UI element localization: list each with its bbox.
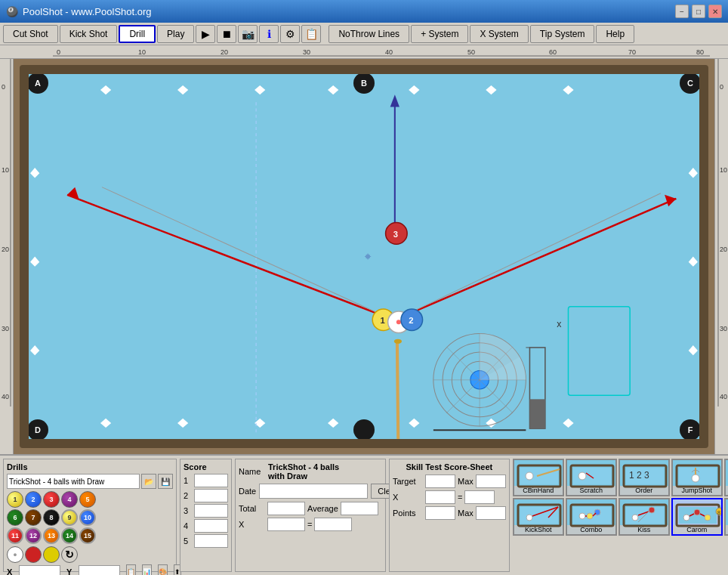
toolbar: Cut Shot Kick Shot Drill Play ▶ ⏹ 📷 ℹ ⚙ …: [0, 23, 728, 45]
drill-button[interactable]: Drill: [119, 25, 156, 43]
title-bar: 🎱 PoolShot - www.PoolShot.org − □ ✕: [0, 0, 728, 23]
equals-input[interactable]: [464, 490, 495, 504]
points-input[interactable]: [425, 506, 455, 520]
score-input-2[interactable]: [194, 489, 228, 502]
title-bar-controls: − □ ✕: [675, 5, 722, 18]
thumb-kickshot[interactable]: KickShot: [513, 498, 564, 536]
ball-5-btn[interactable]: 5: [79, 491, 96, 508]
score-row-2: 2: [184, 489, 228, 502]
date-row: Date Clear ↺: [239, 484, 382, 499]
total-input[interactable]: [267, 502, 305, 515]
svg-point-68: [579, 513, 585, 519]
date-label: Date: [239, 487, 256, 496]
score-input-1[interactable]: [194, 474, 228, 487]
rotate-btn[interactable]: ↻: [61, 546, 78, 563]
thumb-kiss[interactable]: Kiss: [618, 498, 670, 536]
y-label: Y: [66, 567, 77, 575]
thumb-cbinhand[interactable]: CBinHand: [513, 459, 564, 496]
settings-icon-button[interactable]: ⚙: [280, 25, 300, 43]
thumb-combo[interactable]: Combo: [566, 498, 617, 536]
thumb-scratch[interactable]: Scratch: [566, 459, 617, 496]
kick-shot-button[interactable]: Kick Shot: [60, 25, 118, 43]
score-num-5: 5: [184, 536, 193, 546]
play-icon-button[interactable]: ▶: [196, 25, 215, 43]
x-row-result-input[interactable]: [314, 518, 352, 531]
score-input-5[interactable]: [194, 534, 228, 548]
action-btn-3[interactable]: 🎨: [158, 564, 168, 575]
ball-10-btn[interactable]: 10: [79, 509, 96, 526]
ball-14-btn[interactable]: 14: [61, 527, 78, 544]
y-input[interactable]: [79, 565, 120, 575]
save-drill-button[interactable]: 💾: [158, 474, 173, 489]
ball-12-btn[interactable]: 12: [25, 527, 42, 544]
ball-2-btn[interactable]: 2: [25, 491, 42, 508]
ball-4-btn[interactable]: 4: [61, 491, 78, 508]
target-input[interactable]: [425, 475, 455, 488]
x2-input[interactable]: [425, 490, 455, 504]
ball-6-btn[interactable]: 6: [7, 509, 23, 526]
svg-marker-19: [689, 168, 698, 178]
svg-text:60: 60: [549, 48, 557, 56]
help-button[interactable]: Help: [596, 25, 634, 43]
cue-ball-dot: [396, 320, 401, 324]
red-ball-btn[interactable]: [25, 546, 42, 563]
svg-marker-18: [30, 345, 39, 355]
thumb-order[interactable]: 1 2 3 Order: [618, 459, 670, 496]
camera-icon-button[interactable]: 📷: [238, 25, 258, 43]
thumb-hitrail[interactable]: HitRail: [724, 498, 728, 536]
bottom-diamond-1: [100, 419, 111, 428]
drill-name-input[interactable]: [7, 474, 140, 489]
date-input[interactable]: [259, 484, 368, 499]
thumb-bankshot[interactable]: BankShot: [724, 459, 728, 496]
ball-13-btn[interactable]: 13: [43, 527, 60, 544]
close-button[interactable]: ✕: [708, 5, 722, 18]
ball-3-btn[interactable]: 3: [43, 491, 60, 508]
thumbnails-section: CBinHand Scratch 1 2 3 Order: [513, 459, 728, 572]
tip-system-button[interactable]: Tip System: [530, 25, 595, 43]
shadow-line-1: [102, 187, 390, 319]
action-btn-1[interactable]: 📋: [126, 564, 136, 575]
svg-text:10: 10: [138, 48, 146, 56]
average-input[interactable]: [341, 502, 378, 515]
ball-11-btn[interactable]: 11: [7, 527, 23, 544]
max-input[interactable]: [476, 475, 506, 488]
yellow-ball-btn[interactable]: [43, 546, 60, 563]
info-icon-button[interactable]: ℹ: [259, 25, 279, 43]
target-rectangle: [568, 307, 630, 395]
plus-system-button[interactable]: + System: [411, 25, 468, 43]
max2-input[interactable]: [476, 506, 506, 520]
maximize-button[interactable]: □: [692, 5, 705, 18]
ball-7-btn[interactable]: 7: [25, 509, 42, 526]
cue-ball-btn[interactable]: ●: [7, 546, 23, 563]
shot-line-2: [399, 199, 676, 318]
target-row: Target Max: [393, 475, 506, 488]
stop-icon-button[interactable]: ⏹: [217, 25, 236, 43]
svg-text:40: 40: [720, 393, 727, 400]
score-title: Score: [184, 462, 228, 471]
x-marker: x: [557, 319, 561, 329]
ball-1-btn[interactable]: 1: [7, 491, 23, 508]
action-btn-2[interactable]: 📊: [142, 564, 152, 575]
svg-text:2: 2: [409, 316, 413, 325]
export-icon-button[interactable]: 📋: [301, 25, 321, 43]
ball-8-btn[interactable]: 8: [43, 509, 60, 526]
ball-9-btn[interactable]: 9: [61, 509, 78, 526]
average-label: Average: [307, 504, 338, 513]
score-input-3[interactable]: [194, 504, 228, 518]
thumb-carom[interactable]: 8 Carom: [671, 498, 723, 536]
thumb-jumpshot[interactable]: JumpShot: [671, 459, 723, 496]
score-input-4[interactable]: [194, 519, 228, 533]
no-throw-button[interactable]: NoThrow Lines: [329, 25, 409, 43]
minimize-button[interactable]: −: [675, 5, 689, 18]
ball-15-btn[interactable]: 15: [79, 527, 96, 544]
x-row-input[interactable]: [267, 518, 305, 531]
x-system-button[interactable]: X System: [470, 25, 528, 43]
cut-shot-button[interactable]: Cut Shot: [3, 25, 58, 43]
x-input[interactable]: [19, 565, 60, 575]
svg-text:70: 70: [628, 48, 636, 56]
pool-table[interactable]: A B C D F: [20, 65, 708, 448]
max-label: Max: [458, 477, 474, 486]
play-button[interactable]: Play: [157, 25, 194, 43]
top-diamond-1: [100, 85, 111, 94]
open-drill-button[interactable]: 📂: [141, 474, 156, 489]
